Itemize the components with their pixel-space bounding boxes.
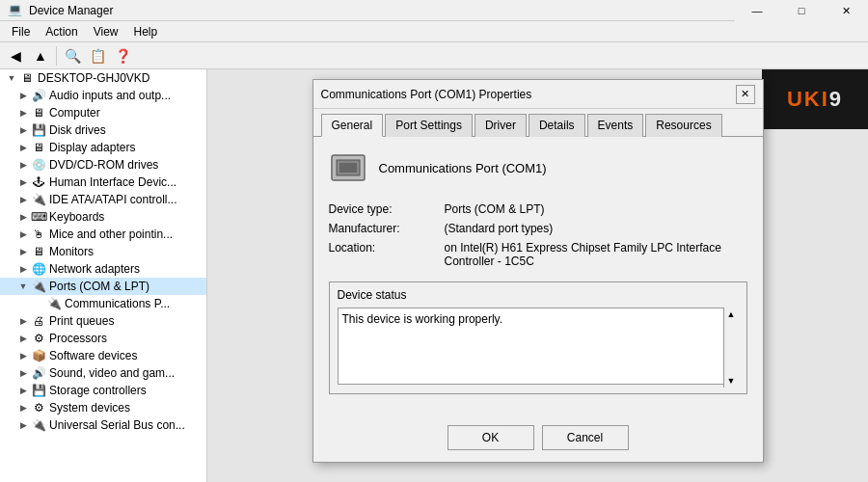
comm1-label: Communications P...: [65, 297, 170, 310]
ports-label: Ports (COM & LPT): [49, 280, 149, 293]
device-type-value: Ports (COM & LPT): [445, 202, 747, 216]
minimize-button[interactable]: —: [735, 0, 779, 21]
ok-button[interactable]: OK: [448, 425, 534, 450]
manufacturer-value: (Standard port types): [445, 222, 747, 235]
mice-expand[interactable]: ▶: [15, 227, 31, 242]
keyboards-icon: ⌨: [31, 209, 46, 225]
tree-item-dvd[interactable]: ▶ 💿 DVD/CD-ROM drives: [0, 156, 206, 174]
sound-expand[interactable]: ▶: [15, 365, 31, 381]
tree-item-software[interactable]: ▶ 📦 Software devices: [0, 347, 206, 364]
ports-expand[interactable]: ▼: [15, 279, 31, 294]
device-name-label: Communications Port (COM1): [379, 161, 547, 175]
tab-events[interactable]: Events: [587, 114, 644, 137]
tree-item-system[interactable]: ▶ ⚙ System devices: [0, 399, 206, 416]
usb-expand[interactable]: ▶: [15, 417, 31, 433]
close-button[interactable]: ✕: [824, 0, 868, 21]
tab-details[interactable]: Details: [529, 114, 585, 137]
tree-root-expand[interactable]: ▼: [4, 70, 19, 86]
display-icon: 🖥: [31, 140, 46, 155]
ide-icon: 🔌: [31, 192, 46, 207]
tree-item-usb[interactable]: ▶ 🔌 Universal Serial Bus con...: [0, 416, 206, 434]
ide-expand[interactable]: ▶: [15, 192, 31, 207]
scrollbar-up[interactable]: ▲: [727, 309, 736, 319]
tree-item-comm1[interactable]: 🔌 Communications P...: [0, 295, 206, 312]
modal-overlay: Communications Port (COM1) Properties ✕ …: [207, 69, 868, 482]
tree-item-ports[interactable]: ▼ 🔌 Ports (COM & LPT): [0, 278, 206, 295]
tree-item-print[interactable]: ▶ 🖨 Print queues: [0, 312, 206, 330]
tree-item-mice[interactable]: ▶ 🖱 Mice and other pointin...: [0, 226, 206, 243]
menu-help[interactable]: Help: [126, 22, 166, 41]
menu-action[interactable]: Action: [38, 22, 85, 41]
print-label: Print queues: [49, 314, 114, 328]
toolbar-properties[interactable]: 📋: [86, 44, 109, 67]
device-header: Communications Port (COM1): [329, 148, 747, 187]
maximize-button[interactable]: □: [779, 0, 824, 21]
usb-icon: 🔌: [31, 417, 46, 433]
tree-item-disk[interactable]: ▶ 💾 Disk drives: [0, 121, 206, 139]
processors-label: Processors: [49, 332, 107, 345]
network-label: Network adapters: [49, 262, 140, 276]
tree-item-display[interactable]: ▶ 🖥 Display adapters: [0, 139, 206, 156]
dialog-title: Communications Port (COM1) Properties: [321, 88, 736, 101]
tree-item-audio[interactable]: ▶ 🔊 Audio inputs and outp...: [0, 87, 206, 104]
tree-item-network[interactable]: ▶ 🌐 Network adapters: [0, 260, 206, 278]
tree-item-sound[interactable]: ▶ 🔊 Sound, video and gam...: [0, 364, 206, 382]
toolbar-search[interactable]: 🔍: [61, 44, 84, 67]
processors-expand[interactable]: ▶: [15, 331, 31, 346]
cancel-button[interactable]: Cancel: [542, 425, 629, 450]
manufacturer-label: Manufacturer:: [329, 222, 445, 235]
toolbar-up[interactable]: ▲: [29, 44, 52, 67]
app-title: Device Manager: [29, 4, 113, 17]
keyboards-expand[interactable]: ▶: [15, 209, 31, 225]
toolbar-back[interactable]: ◀: [4, 44, 27, 67]
tree-item-storage[interactable]: ▶ 💾 Storage controllers: [0, 382, 206, 399]
computer-expand[interactable]: ▶: [15, 105, 31, 120]
menu-view[interactable]: View: [86, 22, 126, 41]
system-expand[interactable]: ▶: [15, 400, 31, 415]
tab-port-settings[interactable]: Port Settings: [385, 114, 473, 137]
tab-resources[interactable]: Resources: [645, 114, 721, 137]
usb-label: Universal Serial Bus con...: [49, 418, 185, 432]
status-textarea[interactable]: [338, 308, 739, 385]
audio-icon: 🔊: [31, 88, 46, 103]
display-expand[interactable]: ▶: [15, 140, 31, 155]
audio-expand[interactable]: ▶: [15, 88, 31, 103]
print-expand[interactable]: ▶: [15, 313, 31, 329]
location-value: on Intel(R) H61 Express Chipset Family L…: [445, 241, 747, 268]
toolbar-help[interactable]: ❓: [111, 44, 134, 67]
software-expand[interactable]: ▶: [15, 348, 31, 363]
tree-item-computer[interactable]: ▶ 🖥 Computer: [0, 104, 206, 121]
right-panel: UKI 9 Communications Port (COM1) Propert…: [207, 69, 868, 482]
properties-grid: Device type: Ports (COM & LPT) Manufactu…: [329, 202, 747, 268]
app-icon: 💻: [8, 3, 23, 18]
system-label: System devices: [49, 401, 130, 415]
software-icon: 📦: [31, 348, 46, 363]
hid-expand[interactable]: ▶: [15, 174, 31, 190]
ports-icon: 🔌: [31, 279, 46, 294]
tab-driver[interactable]: Driver: [475, 114, 527, 137]
comm1-icon: 🔌: [46, 296, 62, 311]
tree-item-hid[interactable]: ▶ 🕹 Human Interface Devic...: [0, 174, 206, 191]
scrollbar-down[interactable]: ▼: [727, 376, 736, 386]
tree-item-keyboards[interactable]: ▶ ⌨ Keyboards: [0, 208, 206, 226]
tab-general[interactable]: General: [321, 114, 384, 137]
status-scrollbar[interactable]: ▲ ▼: [723, 308, 739, 388]
monitors-expand[interactable]: ▶: [15, 244, 31, 259]
computer-label: Computer: [49, 106, 100, 120]
storage-expand[interactable]: ▶: [15, 383, 31, 398]
tree-item-ide[interactable]: ▶ 🔌 IDE ATA/ATAPI controll...: [0, 191, 206, 208]
disk-expand[interactable]: ▶: [15, 122, 31, 138]
main-area: ▼ 🖥 DESKTOP-GHJ0VKD ▶ 🔊 Audio inputs and…: [0, 69, 868, 482]
dialog-title-bar: Communications Port (COM1) Properties ✕: [313, 80, 763, 109]
tree-item-processors[interactable]: ▶ ⚙ Processors: [0, 330, 206, 347]
menu-file[interactable]: File: [4, 22, 38, 41]
dvd-expand[interactable]: ▶: [15, 157, 31, 173]
tree-item-monitors[interactable]: ▶ 🖥 Monitors: [0, 243, 206, 260]
tree-root[interactable]: ▼ 🖥 DESKTOP-GHJ0VKD: [0, 69, 206, 87]
hid-label: Human Interface Devic...: [49, 175, 176, 189]
tree-root-icon: 🖥: [19, 70, 35, 86]
monitors-label: Monitors: [49, 245, 94, 258]
network-expand[interactable]: ▶: [15, 261, 31, 277]
hid-icon: 🕹: [31, 174, 46, 190]
dialog-close-button[interactable]: ✕: [736, 85, 755, 104]
